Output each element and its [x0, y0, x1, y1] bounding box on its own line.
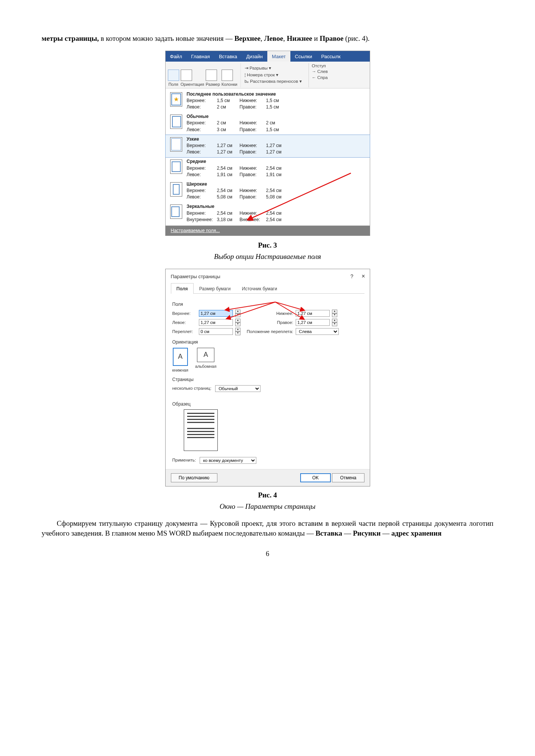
- margins-dropdown-panel: ★Последнее пользовательское значениеВерх…: [166, 88, 370, 225]
- hyphenation-dropdown[interactable]: bₑ Расстановка переносов ▾: [244, 78, 302, 85]
- figure-3-subcaption: Выбор опции Настраиваемые поля: [42, 252, 493, 262]
- top-margin-label: Верхнее:: [172, 311, 197, 317]
- margin-preset-icon: [170, 182, 182, 197]
- help-button[interactable]: ?: [350, 273, 354, 279]
- figure-3-screenshot: Файл Главная Вставка Дизайн Макет Ссылки…: [165, 51, 370, 236]
- left-margin-input[interactable]: [199, 319, 233, 326]
- right-margin-label: Правое:: [244, 320, 293, 326]
- ribbon-tabs: Файл Главная Вставка Дизайн Макет Ссылки…: [166, 51, 370, 62]
- bottom-margin-label: Нижнее:: [244, 311, 293, 317]
- close-icon[interactable]: ×: [361, 273, 365, 279]
- dialog-title: Параметры страницы: [171, 273, 220, 280]
- figure-3-caption: Рис. 3: [42, 240, 493, 250]
- default-button[interactable]: По умолчанию: [171, 473, 217, 482]
- multi-pages-label: несколько страниц:: [172, 386, 212, 392]
- gutter-pos-label: Положение переплета:: [244, 329, 293, 335]
- gutter-spinner[interactable]: ▴▾: [235, 328, 240, 335]
- tab-file[interactable]: Файл: [166, 51, 187, 62]
- size-icon[interactable]: [206, 70, 217, 81]
- left-spinner[interactable]: ▴▾: [235, 319, 240, 326]
- cancel-button[interactable]: Отмена: [332, 473, 364, 482]
- tab-references[interactable]: Ссылки: [290, 51, 317, 62]
- figure-4-subcaption: Окно — Параметры страницы: [42, 502, 493, 511]
- apply-to-label: Применить:: [172, 457, 196, 463]
- section-pages-label: Страницы: [172, 376, 363, 383]
- margin-preset-icon: [170, 115, 182, 129]
- section-margins-label: Поля: [172, 301, 363, 307]
- intro-paragraph: метры страницы, в котором можно задать н…: [42, 34, 493, 43]
- figure-4-caption: Рис. 4: [42, 490, 493, 500]
- figure-4-dialog: Параметры страницы ? × Поля Размер бумаг…: [165, 269, 370, 486]
- right-margin-input[interactable]: [296, 319, 330, 326]
- top-spinner[interactable]: ▴▾: [235, 310, 240, 317]
- margin-preset-middle[interactable]: СредниеВерхнее:2,54 смНижнее:2,54 смЛево…: [166, 157, 370, 180]
- margin-preset-icon: [170, 137, 182, 152]
- margin-preset-wide[interactable]: ШирокиеВерхнее:2,54 смНижнее:2,54 смЛево…: [166, 180, 370, 203]
- tab-layout[interactable]: Макет: [267, 51, 290, 62]
- columns-icon[interactable]: [222, 70, 233, 81]
- apply-to-select[interactable]: ко всему документу: [200, 457, 256, 464]
- top-margin-input[interactable]: [199, 310, 233, 317]
- tab-mailings[interactable]: Рассылк: [317, 51, 345, 62]
- left-margin-label: Левое:: [172, 320, 197, 326]
- line-numbers-dropdown[interactable]: ¦ Номера строк ▾: [244, 72, 279, 79]
- custom-margins-option[interactable]: Настраиваемые поля...: [166, 226, 370, 235]
- margin-preset-narrow[interactable]: УзкиеВерхнее:1,27 смНижнее:1,27 смЛевое:…: [165, 135, 370, 158]
- page-number: 6: [42, 549, 493, 558]
- dialog-tab-layout[interactable]: Источник бумаги: [236, 283, 283, 294]
- margin-preset-last[interactable]: ★Последнее пользовательское значениеВерх…: [166, 90, 370, 113]
- margin-preset-icon: ★: [170, 92, 182, 107]
- bottom-margin-input[interactable]: [296, 310, 330, 317]
- ribbon-body: Поля Ориентация Размер Колонки ⇥ Разрывы…: [166, 62, 370, 88]
- section-orientation-label: Ориентация: [172, 339, 363, 345]
- bottom-spinner[interactable]: ▴▾: [332, 310, 337, 317]
- margins-icon[interactable]: [168, 70, 179, 81]
- margin-preset-mirror[interactable]: ЗеркальныеВерхнее:2,54 смНижнее:2,54 смВ…: [166, 202, 370, 225]
- margin-preset-normal[interactable]: ОбычныеВерхнее:2 смНижнее:2 смЛевое:3 см…: [166, 112, 370, 135]
- dialog-tab-margins[interactable]: Поля: [171, 283, 194, 294]
- orientation-landscape[interactable]: A альбомная: [195, 348, 216, 373]
- ok-button[interactable]: OK: [300, 473, 331, 482]
- margin-preset-icon: [170, 204, 182, 219]
- tab-home[interactable]: Главная: [186, 51, 214, 62]
- orientation-icon[interactable]: [181, 70, 192, 81]
- indent-right[interactable]: ← Спра: [312, 75, 328, 81]
- dialog-tab-paper[interactable]: Размер бумаги: [194, 283, 236, 294]
- closing-paragraph: Сформируем титульную страницу документа …: [42, 519, 493, 538]
- right-spinner[interactable]: ▴▾: [332, 319, 337, 326]
- gutter-pos-select[interactable]: Слева: [296, 328, 339, 335]
- tab-insert[interactable]: Вставка: [214, 51, 242, 62]
- preview-thumbnail: [184, 409, 218, 451]
- multi-pages-select[interactable]: Обычный: [215, 385, 261, 392]
- orientation-portrait[interactable]: A книжная: [172, 348, 189, 373]
- gutter-input[interactable]: [199, 328, 233, 335]
- tab-design[interactable]: Дизайн: [242, 51, 267, 62]
- gutter-label: Переплет:: [172, 329, 197, 335]
- breaks-dropdown[interactable]: ⇥ Разрывы ▾: [244, 65, 272, 72]
- margin-preset-icon: [170, 160, 182, 174]
- section-preview-label: Образец: [172, 401, 363, 407]
- indent-left[interactable]: → Слев: [312, 69, 328, 75]
